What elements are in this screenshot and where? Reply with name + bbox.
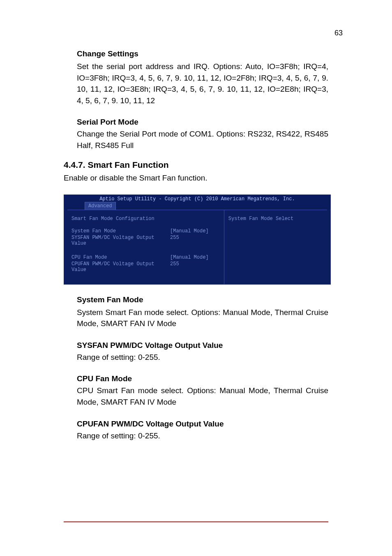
smart-fan-text: Enable or disable the Smart Fan function… xyxy=(64,172,328,184)
bios-section-title: Smart Fan Mode Configuration xyxy=(71,216,220,222)
sysfan-output-text: Range of setting: 0-255. xyxy=(77,352,328,363)
cpufan-output-label: CPUFAN PWM/DC Voltage Output Value xyxy=(77,419,328,429)
bios-body: Smart Fan Mode Configuration System Fan … xyxy=(64,210,330,284)
system-fan-mode-label: System Fan Mode xyxy=(77,295,328,304)
bios-row-label: System Fan Mode xyxy=(71,228,170,234)
cpu-fan-mode-label: CPU Fan Mode xyxy=(77,374,328,383)
spacer xyxy=(71,247,220,255)
bios-row: SYSFAN PWM/DC Voltage Output Value 255 xyxy=(71,235,220,246)
bios-row-value: 255 xyxy=(170,235,179,246)
change-settings-label: Change Settings xyxy=(77,49,328,58)
serial-port-mode-label: Serial Port Mode xyxy=(77,118,328,127)
sysfan-output-label: SYSFAN PWM/DC Voltage Output Value xyxy=(77,341,328,350)
bios-tab-bar: Advanced xyxy=(64,202,330,210)
footer-rule xyxy=(64,521,328,522)
cpu-fan-mode-text: CPU Smart Fan mode select. Options: Manu… xyxy=(77,385,328,408)
bios-help-text: System Fan Mode Select xyxy=(228,216,326,222)
bios-tab-advanced: Advanced xyxy=(85,202,116,210)
bios-row-value: 255 xyxy=(170,261,179,273)
bios-row-label: CPU Fan Mode xyxy=(71,255,170,260)
cpufan-output-text: Range of setting: 0-255. xyxy=(77,430,328,442)
bios-row-value: [Manual Mode] xyxy=(170,228,209,234)
serial-port-mode-text: Change the Serial Port mode of COM1. Opt… xyxy=(77,128,328,151)
change-settings-text: Set the serial port address and IRQ. Opt… xyxy=(77,61,328,106)
bios-row-label: SYSFAN PWM/DC Voltage Output Value xyxy=(71,235,170,246)
smart-fan-heading: 4.4.7. Smart Fan Function xyxy=(64,160,328,170)
page-number: 63 xyxy=(334,29,343,37)
bios-row-value: [Manual Mode] xyxy=(170,255,209,260)
bios-right-panel: System Fan Mode Select xyxy=(224,210,330,284)
bios-screenshot: Aptio Setup Utility - Copyright (C) 2010… xyxy=(64,195,331,285)
bios-row-label: CPUFAN PWM/DC Voltage Output Value xyxy=(71,261,170,273)
system-fan-mode-text: System Smart Fan mode select. Options: M… xyxy=(77,307,328,329)
bios-header-title: Aptio Setup Utility - Copyright (C) 2010… xyxy=(64,195,330,202)
bios-row: CPU Fan Mode [Manual Mode] xyxy=(71,255,220,260)
bios-left-panel: Smart Fan Mode Configuration System Fan … xyxy=(64,210,224,284)
bios-row: System Fan Mode [Manual Mode] xyxy=(71,228,220,234)
bios-row: CPUFAN PWM/DC Voltage Output Value 255 xyxy=(71,261,220,273)
